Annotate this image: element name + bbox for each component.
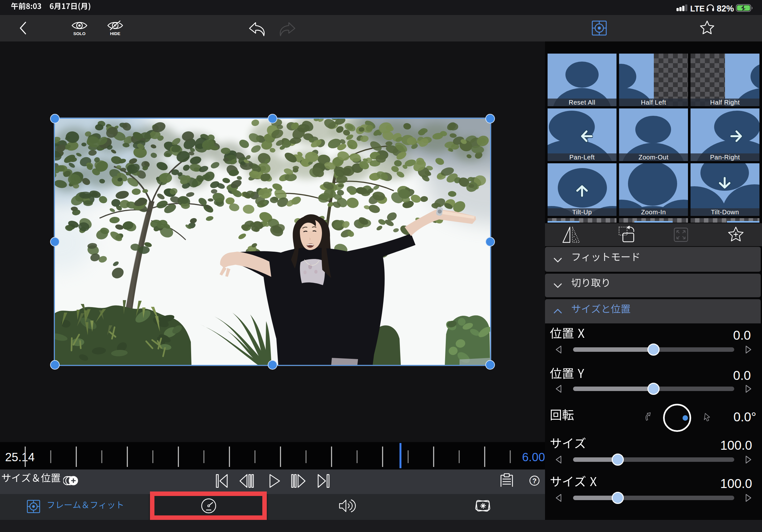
- svg-text:?: ?: [532, 477, 536, 485]
- svg-text:SOLO: SOLO: [73, 31, 86, 36]
- svg-text:HIDE: HIDE: [110, 31, 120, 36]
